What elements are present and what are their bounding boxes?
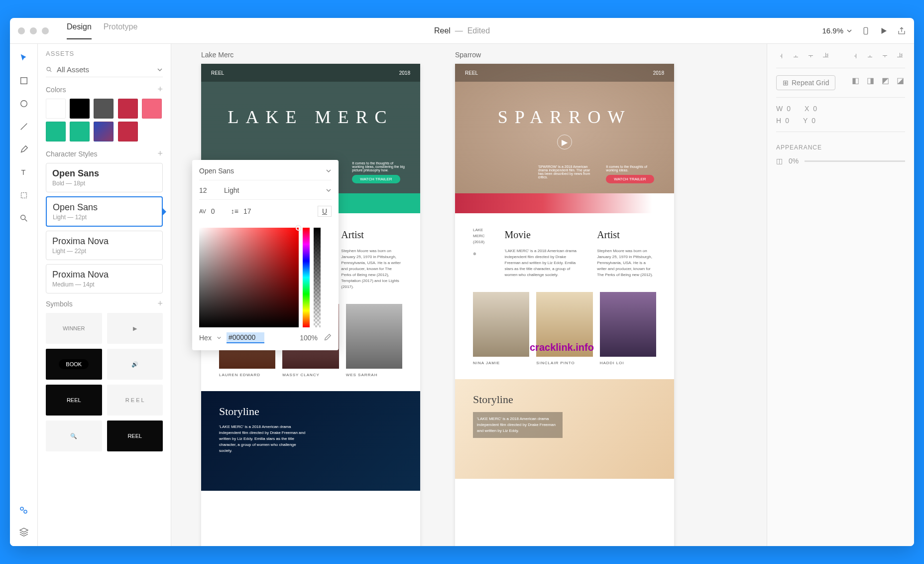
chevron-down-icon [326,168,332,174]
line-tool[interactable] [18,121,30,133]
artboard-sparrow[interactable]: REEL2018 SPARROW ▶ 'SPARROW' is a 2018 A… [455,64,674,546]
saturation-field[interactable] [199,228,299,327]
font-size-input[interactable]: 12 [199,186,219,194]
ellipse-tool[interactable] [18,98,30,110]
artboard-label-left[interactable]: Lake Merc [201,51,233,59]
character-style[interactable]: Open SansBold — 18pt [46,163,163,192]
hero-title: LAKE MERC [201,107,420,128]
chevron-down-icon [217,335,222,340]
pen-tool[interactable] [18,143,30,155]
text-tool[interactable]: T [18,166,30,178]
x-field[interactable]: X 0 [805,105,817,113]
svg-rect-0 [864,27,868,34]
color-swatch[interactable] [70,122,90,141]
color-swatch[interactable] [94,122,114,141]
add-symbol-button[interactable]: + [157,298,163,309]
symbol-item[interactable]: WINNER [46,313,102,344]
add-color-button[interactable]: + [157,84,163,95]
height-field[interactable]: H 0 [776,117,789,125]
zoom-tool[interactable] [18,212,30,224]
assets-icon[interactable] [18,504,30,516]
color-swatch[interactable] [118,122,138,141]
search-icon [46,66,53,73]
artboard-label-right[interactable]: Sparrow [455,51,481,59]
share-icon[interactable] [897,26,906,35]
svg-point-8 [20,507,23,510]
play-icon[interactable]: ▶ [557,135,572,149]
color-swatch[interactable] [142,99,162,119]
align-vertical-group[interactable]: ⫞⫠⫟⫡ [850,51,905,61]
properties-panel: ⫞⫠⫟⫡ ⫞⫠⫟⫡ ⊞ Repeat Grid ◧◨◩◪ W 0 X 0 H 0 [767,44,914,546]
rectangle-tool[interactable] [18,75,30,87]
layers-icon[interactable] [18,526,30,538]
character-style[interactable]: Open SansLight — 12pt [46,196,163,227]
alpha-slider[interactable] [314,228,321,327]
color-swatch[interactable] [46,122,66,141]
tab-prototype[interactable]: Prototype [104,22,137,39]
hue-slider[interactable] [303,228,310,327]
device-preview-icon[interactable] [861,26,870,35]
tools-toolbar: T [10,44,38,546]
svg-point-2 [20,101,27,107]
repeat-grid-button[interactable]: ⊞ Repeat Grid [776,75,835,90]
color-swatch[interactable] [70,99,90,119]
document-title: Reel — Edited [434,26,490,35]
align-horizontal-group[interactable]: ⫞⫠⫟⫡ [776,51,831,61]
select-tool[interactable] [18,52,30,64]
watermark: cracklink.info [530,342,594,353]
eyedropper-icon[interactable] [323,333,332,342]
hex-label: Hex [199,334,212,342]
play-icon[interactable] [879,26,888,35]
color-swatch[interactable] [46,99,66,119]
symbol-item[interactable]: 🔊 [107,349,163,380]
character-style[interactable]: Proxima NovaLight — 22pt [46,231,163,260]
zoom-level[interactable]: 16.9% [822,26,852,35]
opacity-value[interactable]: 0% [789,157,799,165]
svg-point-9 [24,510,27,513]
color-opacity-input[interactable]: 100% [300,334,318,342]
color-swatch[interactable] [118,99,138,119]
character-style[interactable]: Proxima NovaMedium — 14pt [46,264,163,293]
font-family-select[interactable]: Open Sans [199,167,321,175]
window-controls[interactable] [18,27,49,34]
leading-input[interactable]: 17 [243,207,258,215]
symbol-item[interactable]: REEL [46,385,102,416]
assets-header: ASSETS [46,50,163,57]
hero-title: SPARROW [455,107,674,128]
hex-input[interactable] [227,332,264,343]
font-weight-select[interactable]: Light [224,186,321,194]
text-style-popover: Open Sans 12 Light AV0 ↕≡17 U Hex 100% [192,160,339,350]
artboard-tool[interactable] [18,189,30,201]
char-styles-section-label: Character Styles [46,150,97,158]
symbol-item[interactable]: BOOK [46,349,102,380]
symbols-section-label: Symbols [46,300,73,308]
chevron-down-icon [157,67,163,73]
symbol-item[interactable]: REEL [107,421,163,451]
svg-line-11 [50,70,51,72]
svg-rect-5 [21,193,26,198]
symbol-item[interactable]: R E E L [107,385,163,416]
underline-button[interactable]: U [318,206,332,217]
boolean-ops-group[interactable]: ◧◨◩◪ [850,75,905,90]
opacity-slider[interactable] [805,160,905,162]
symbol-item[interactable]: 🔍 [46,421,102,451]
svg-line-3 [20,124,27,130]
assets-panel: ASSETS All Assets Colors + Character Sty… [38,44,171,546]
y-field[interactable]: Y 0 [803,117,815,125]
add-style-button[interactable]: + [157,148,163,159]
width-field[interactable]: W 0 [776,105,791,113]
tab-design[interactable]: Design [67,22,92,39]
symbol-item[interactable]: ▶ [107,313,163,344]
colors-section-label: Colors [46,86,66,94]
svg-point-6 [20,215,25,220]
assets-search[interactable]: All Assets [46,62,163,77]
svg-rect-1 [20,78,27,84]
opacity-icon: ◫ [776,157,783,165]
chevron-down-icon [846,28,852,34]
chevron-down-icon [326,187,332,193]
tracking-input[interactable]: 0 [211,207,226,215]
svg-point-10 [47,67,50,71]
color-swatch[interactable] [94,99,114,119]
svg-line-7 [24,219,27,222]
appearance-label: APPEARANCE [776,144,905,151]
